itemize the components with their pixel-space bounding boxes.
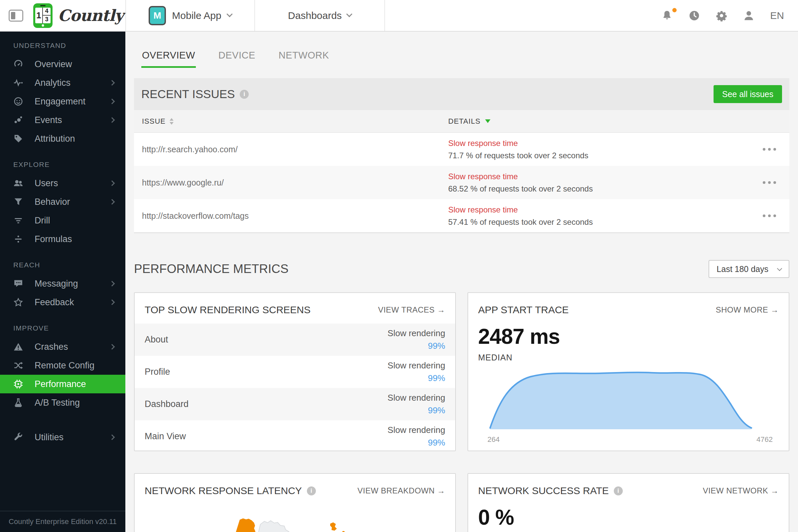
row-options-button[interactable] [749, 181, 790, 184]
chevron-right-icon [109, 281, 115, 287]
settings-gear-icon[interactable] [716, 10, 727, 22]
info-icon[interactable] [307, 487, 316, 495]
issue-detail: 68.52 % of requests took over 2 seconds [448, 184, 749, 193]
sidebar-item-drill[interactable]: Drill [0, 211, 125, 230]
view-breakdown-link[interactable]: VIEW BREAKDOWN → [358, 486, 445, 495]
sidebar: UNDERSTAND Overview Analytics Engagement… [0, 32, 125, 532]
chat-bubble-icon [13, 279, 25, 289]
chevron-down-icon [226, 11, 232, 17]
logo-digit: 1 [35, 8, 43, 23]
dots-icon [13, 115, 25, 125]
dashboards-label: Dashboards [288, 10, 342, 21]
show-more-link[interactable]: SHOW MORE → [716, 305, 779, 315]
app-selector[interactable]: M Mobile App [125, 0, 254, 31]
sidebar-item-analytics[interactable]: Analytics [0, 74, 125, 92]
sidebar-item-label: Engagement [35, 96, 86, 107]
smiley-icon [13, 96, 25, 107]
metric-label: Slow rendering [388, 425, 445, 435]
chevron-right-icon [109, 344, 115, 350]
chevron-right-icon [109, 99, 115, 104]
view-network-link[interactable]: VIEW NETWORK → [703, 486, 779, 495]
period-selector[interactable]: Last 180 days [708, 260, 790, 278]
sidebar-item-label: Feedback [35, 297, 74, 307]
flask-icon [13, 398, 25, 407]
info-icon[interactable] [614, 487, 623, 495]
sort-desc-icon[interactable] [485, 119, 491, 123]
notifications-bell-icon[interactable] [661, 10, 673, 22]
sidebar-item-crashes[interactable]: Crashes [0, 338, 125, 356]
list-item[interactable]: About Slow rendering 99% [135, 324, 455, 356]
sidebar-item-behavior[interactable]: Behavior [0, 192, 125, 211]
sidebar-item-label: Drill [35, 215, 50, 226]
sidebar-item-messaging[interactable]: Messaging [0, 274, 125, 293]
sidebar-item-label: Formulas [35, 234, 72, 244]
sidebar-item-ab-testing[interactable]: A/B Testing [0, 393, 125, 412]
sort-icon[interactable] [170, 118, 174, 125]
sidebar-item-remote-config[interactable]: Remote Config [0, 356, 125, 375]
table-row[interactable]: http://stackoverflow.com/tags Slow respo… [134, 199, 790, 232]
sidebar-item-events[interactable]: Events [0, 111, 125, 129]
account-person-icon[interactable] [743, 10, 755, 22]
metric-label: Slow rendering [388, 360, 445, 371]
list-item[interactable]: Main View Slow rendering 99% [135, 420, 455, 451]
chevron-right-icon [109, 117, 115, 123]
table-row[interactable]: https://www.google.ru/ Slow response tim… [134, 166, 790, 199]
chevron-right-icon [109, 199, 115, 205]
issue-type: Slow response time [448, 139, 749, 148]
list-item[interactable]: Profile Slow rendering 99% [135, 356, 455, 388]
sidebar-item-label: A/B Testing [35, 398, 80, 408]
list-item[interactable]: Dashboard Slow rendering 99% [135, 388, 455, 420]
latency-world-map [211, 513, 444, 532]
success-rate-value: 0 % [468, 496, 789, 530]
sidebar-item-performance[interactable]: Performance [0, 375, 125, 393]
table-row[interactable]: http://r.search.yahoo.com/ Slow response… [134, 133, 790, 166]
nav-section-label: UNDERSTAND [0, 41, 125, 50]
card-slow-rendering-screens: TOP SLOW RENDERING SCREENS VIEW TRACES →… [134, 292, 456, 451]
sidebar-item-feedback[interactable]: Feedback [0, 293, 125, 311]
sidebar-item-label: Analytics [35, 78, 71, 88]
language-selector[interactable]: EN [770, 10, 784, 21]
sidebar-toggle-icon[interactable] [8, 10, 23, 22]
sidebar-item-label: Behavior [35, 197, 70, 207]
users-icon [13, 178, 25, 188]
dashboards-selector[interactable]: Dashboards [254, 0, 385, 31]
info-icon[interactable] [240, 90, 249, 99]
tab-overview[interactable]: OVERVIEW [141, 42, 196, 68]
sidebar-item-attribution[interactable]: Attribution [0, 129, 125, 148]
pulse-icon [13, 78, 25, 88]
card-title: NETWORK RESPONSE LATENCY [145, 485, 316, 496]
row-options-button[interactable] [749, 214, 790, 217]
metric-label: Slow rendering [388, 328, 445, 339]
sidebar-item-label: Attribution [35, 134, 75, 144]
sidebar-item-users[interactable]: Users [0, 174, 125, 192]
column-details-label[interactable]: DETAILS [448, 117, 480, 126]
chip-icon [13, 379, 25, 389]
metric-value: 99% [388, 341, 445, 351]
card-title: TOP SLOW RENDERING SCREENS [145, 304, 310, 316]
activity-clock-icon[interactable] [688, 10, 700, 22]
metric-value: 99% [388, 373, 445, 383]
column-issue-label[interactable]: ISSUE [142, 117, 166, 126]
chevron-right-icon [109, 435, 115, 440]
sidebar-item-formulas[interactable]: Formulas [0, 230, 125, 248]
chevron-down-icon [777, 266, 782, 271]
logo-section: 1 4 3 Countly [0, 0, 125, 31]
recent-issues-title: RECENT ISSUES [141, 88, 249, 101]
sidebar-item-overview[interactable]: Overview [0, 55, 125, 74]
view-traces-link[interactable]: VIEW TRACES → [378, 305, 445, 315]
countly-logo-icon[interactable]: 1 4 3 [33, 3, 53, 28]
tab-device[interactable]: DEVICE [218, 42, 256, 68]
filter-lines-icon [13, 215, 25, 225]
screen-name: Main View [145, 431, 186, 441]
gauge-icon [13, 59, 25, 69]
tab-network[interactable]: NETWORK [278, 42, 330, 68]
sidebar-item-engagement[interactable]: Engagement [0, 92, 125, 111]
card-title: NETWORK SUCCESS RATE [478, 485, 623, 496]
see-all-issues-button[interactable]: See all issues [714, 85, 782, 103]
top-header: 1 4 3 Countly M Mobile App Dashboards [0, 0, 798, 32]
row-options-button[interactable] [749, 148, 790, 151]
sidebar-item-label: Performance [35, 379, 86, 390]
version-footer: Countly Enterprise Edition v20.11 [0, 511, 125, 532]
issue-detail: 57.41 % of requests took over 2 seconds [448, 217, 749, 227]
sidebar-item-utilities[interactable]: Utilities [0, 428, 125, 446]
